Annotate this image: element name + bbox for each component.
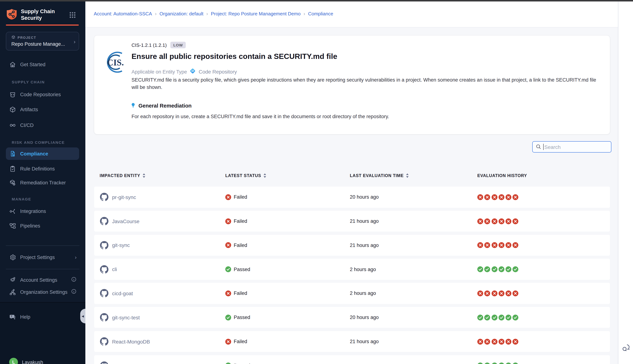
breadcrumb-link-account[interactable]: Account: Automation-SSCA xyxy=(94,11,152,16)
history-failed-icon xyxy=(477,218,483,224)
sidebar-item-label: CI/CD xyxy=(20,122,34,128)
module-switcher-icon[interactable] xyxy=(69,12,76,18)
history-failed-icon xyxy=(491,290,497,296)
history-failed-icon xyxy=(477,242,483,248)
table-header: IMPACTED ENTITY LATEST STATUS LAST EVALU… xyxy=(85,174,618,182)
info-icon[interactable] xyxy=(71,289,77,295)
sort-icon[interactable] xyxy=(263,174,266,178)
sidebar-item-get-started[interactable]: Get Started xyxy=(0,58,85,70)
sort-icon[interactable] xyxy=(142,174,145,178)
history-failed-icon xyxy=(506,338,511,344)
page-header: Account: Automation-SSCA › Organization:… xyxy=(85,2,618,28)
info-icon[interactable] xyxy=(71,276,77,283)
entity-name[interactable]: React-MongoDB xyxy=(112,338,150,344)
sidebar-item-label: Rule Definitions xyxy=(20,166,55,172)
entity-name[interactable]: pr-git-sync xyxy=(112,194,136,200)
sidebar-item-label: Help xyxy=(20,314,30,320)
support-chat-icon[interactable] xyxy=(621,343,631,353)
status-label: Passed xyxy=(234,314,250,320)
github-icon xyxy=(100,265,108,274)
history-passed-icon xyxy=(513,314,519,320)
window-top-strip xyxy=(0,0,633,2)
github-icon xyxy=(100,337,108,346)
history-failed-icon xyxy=(491,218,497,224)
status-passed-icon xyxy=(225,266,231,272)
sidebar-item-project-settings[interactable]: Project Settings › xyxy=(0,251,85,264)
project-selector[interactable]: PROJECT Repo Posture Manage... › xyxy=(6,32,79,50)
project-name: Repo Posture Manage... xyxy=(11,41,75,47)
status-label: Passed xyxy=(234,266,250,272)
table-row[interactable]: cliPassed2 hours ago xyxy=(94,259,610,280)
entity-name[interactable]: git-sync xyxy=(112,242,130,248)
cell-impacted-entity: cicd-goat xyxy=(100,283,133,304)
breadcrumb-link-project[interactable]: Project: Repo Posture Management Demo xyxy=(211,11,301,16)
status-label: Failed xyxy=(234,291,247,296)
sidebar-item-help[interactable]: ? Help xyxy=(0,310,85,323)
column-header-latest-status[interactable]: LATEST STATUS xyxy=(225,174,266,178)
status-failed-icon xyxy=(225,338,231,344)
brand-underline xyxy=(6,24,79,26)
cell-impacted-entity: git-sync-test xyxy=(100,307,140,328)
cell-latest-status: Failed xyxy=(225,283,247,304)
status-label: Failed xyxy=(234,339,247,344)
table-row[interactable]: pr-git-syncFailed20 hours ago xyxy=(94,186,610,208)
table-row[interactable]: cicd-goatFailed2 hours ago xyxy=(94,283,610,304)
sidebar-bottom-panel: ? Help L Lavakush xyxy=(0,302,85,364)
status-passed-icon xyxy=(225,314,231,320)
divider xyxy=(6,246,80,246)
sidebar-item-artifacts[interactable]: Artifacts xyxy=(0,103,85,116)
history-failed-icon xyxy=(513,338,519,344)
svg-text:?: ? xyxy=(11,315,12,318)
sidebar-item-code-repositories[interactable]: Code Repositories xyxy=(0,88,85,100)
sidebar-item-label: Remediation Tracker xyxy=(20,180,66,185)
history-failed-icon xyxy=(499,242,504,248)
entity-name[interactable]: cli xyxy=(112,266,117,272)
history-failed-icon xyxy=(485,218,490,224)
sidebar-item-cicd[interactable]: CI/CD xyxy=(0,119,85,131)
sidebar-item-rule-definitions[interactable]: Rule Definitions xyxy=(0,162,85,175)
history-failed-icon xyxy=(499,290,504,296)
remediation-box-icon xyxy=(9,179,16,186)
cell-evaluation-history xyxy=(477,331,519,352)
history-failed-icon xyxy=(499,338,504,344)
sidebar-item-user[interactable]: L Lavakush xyxy=(0,356,85,364)
history-failed-icon xyxy=(491,242,497,248)
sidebar-item-compliance[interactable]: Compliance xyxy=(6,148,79,160)
table-row[interactable]: git-syncFailed21 hours ago xyxy=(94,235,610,256)
table-row[interactable]: React-MongoDBFailed21 hours ago xyxy=(94,331,610,352)
column-header-last-evaluation-time[interactable]: LAST EVALUATION TIME xyxy=(350,174,409,178)
cell-evaluation-history xyxy=(477,235,519,256)
breadcrumb-link-compliance[interactable]: Compliance xyxy=(308,11,333,16)
history-failed-icon xyxy=(477,338,483,344)
github-icon xyxy=(100,362,108,364)
sidebar-item-organization-settings[interactable]: Organization Settings xyxy=(0,286,85,298)
history-passed-icon xyxy=(513,266,519,272)
history-failed-icon xyxy=(477,290,483,296)
entity-name[interactable]: JavaCourse xyxy=(112,218,139,224)
history-passed-icon xyxy=(513,363,519,364)
cell-evaluation-history xyxy=(477,283,519,304)
breadcrumb-link-organization[interactable]: Organization: default xyxy=(159,11,203,16)
cell-evaluation-history xyxy=(477,259,519,280)
entity-name[interactable]: cicd-goat xyxy=(112,290,133,296)
column-header-impacted-entity[interactable]: IMPACTED ENTITY xyxy=(100,174,145,178)
sidebar-collapse-handle[interactable]: ◀ xyxy=(80,309,85,324)
sort-icon[interactable] xyxy=(406,174,409,178)
search-input[interactable] xyxy=(532,141,611,152)
table-row[interactable]: Passed xyxy=(94,355,610,364)
breadcrumb-separator: › xyxy=(206,11,208,16)
cis-logo: CIS. xyxy=(101,50,127,75)
breadcrumb: Account: Automation-SSCA › Organization:… xyxy=(94,11,333,16)
history-passed-icon xyxy=(485,363,490,364)
sidebar-item-pipelines[interactable]: Pipelines xyxy=(0,220,85,232)
history-failed-icon xyxy=(491,338,497,344)
cell-latest-status: Failed xyxy=(225,186,247,208)
table-row[interactable]: JavaCourseFailed21 hours ago xyxy=(94,211,610,232)
sidebar-item-integrations[interactable]: Integrations xyxy=(0,205,85,217)
sidebar-item-account-settings[interactable]: Account Settings xyxy=(0,274,85,286)
sidebar-item-remediation-tracker[interactable]: Remediation Tracker xyxy=(0,176,85,189)
entity-name[interactable]: git-sync-test xyxy=(112,314,140,320)
history-failed-icon xyxy=(513,218,519,224)
table-row[interactable]: git-sync-testPassed20 hours ago xyxy=(94,307,610,328)
column-label: LAST EVALUATION TIME xyxy=(350,174,404,178)
